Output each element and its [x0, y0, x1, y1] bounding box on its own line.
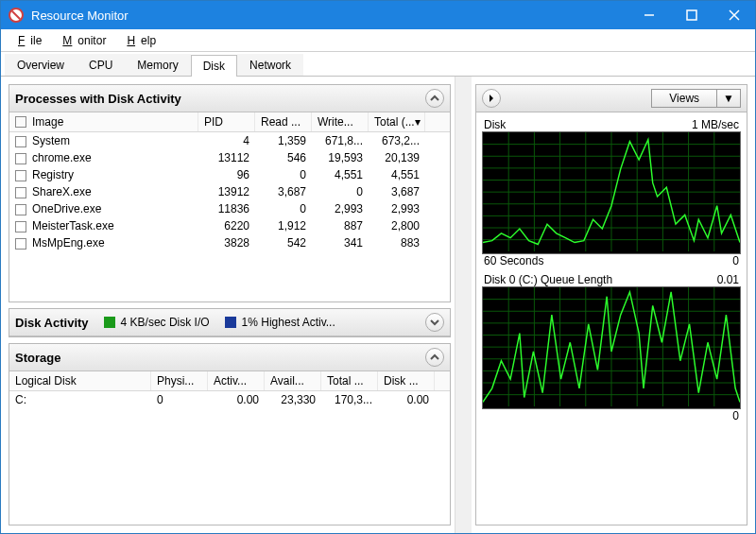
row-checkbox[interactable] [15, 221, 26, 233]
graph2-xaxis-right: 0 [732, 409, 739, 422]
tabs: Overview CPU Memory Disk Network [1, 52, 755, 77]
legend2-swatch [225, 317, 236, 328]
graph2-title: Disk 0 (C:) Queue Length [484, 273, 612, 286]
graphs-panel: Disk1 MB/sec 60 Seconds0 Disk 0 (C:) Que… [475, 112, 747, 525]
graph1-xaxis-left: 60 Seconds [484, 254, 543, 267]
menu-help[interactable]: Help [115, 32, 162, 49]
processes-section: Processes with Disk Activity Image PID R… [9, 84, 451, 302]
col-physi[interactable]: Physi... [151, 371, 208, 390]
storage-collapse-button[interactable] [425, 348, 444, 367]
col-image[interactable]: Image [9, 112, 198, 131]
close-button[interactable] [713, 1, 755, 29]
tab-disk[interactable]: Disk [191, 55, 237, 77]
processes-collapse-button[interactable] [425, 89, 444, 108]
legend1-swatch [104, 317, 115, 328]
row-checkbox[interactable] [15, 238, 26, 250]
row-checkbox[interactable] [15, 204, 26, 215]
views-button[interactable]: Views ▼ [651, 89, 741, 108]
tab-overview[interactable]: Overview [5, 54, 77, 76]
disk-activity-expand-button[interactable] [425, 313, 444, 332]
disk-activity-section: Disk Activity 4 KB/sec Disk I/O 1% Highe… [9, 308, 451, 337]
row-checkbox[interactable] [15, 136, 26, 147]
queue-graph-area [482, 286, 741, 409]
disk-graph: Disk1 MB/sec 60 Seconds0 [482, 118, 741, 267]
legend2-label: 1% Highest Activ... [242, 316, 335, 329]
menu-monitor[interactable]: Monitor [51, 32, 112, 49]
window-title: Resource Monitor [31, 9, 627, 23]
graphs-expand-button[interactable] [482, 89, 501, 108]
left-scrollbar[interactable] [455, 77, 472, 533]
processes-title: Processes with Disk Activity [15, 92, 181, 106]
table-row[interactable]: System41,359671,8...673,2... [9, 132, 450, 149]
col-logical[interactable]: Logical Disk [9, 371, 151, 390]
table-row[interactable]: C:00.0023,330170,3...0.00 [9, 391, 450, 408]
minimize-button[interactable] [627, 1, 670, 29]
table-row[interactable]: OneDrive.exe1183602,9932,993 [9, 200, 450, 217]
col-pid[interactable]: PID [198, 112, 255, 131]
col-disk[interactable]: Disk ... [378, 371, 435, 390]
table-row[interactable]: ShareX.exe139123,68703,687 [9, 183, 450, 200]
graphs-header: Views ▼ [475, 84, 747, 112]
graph1-scale: 1 MB/sec [692, 118, 739, 131]
tab-network[interactable]: Network [237, 54, 303, 76]
col-total[interactable]: Total (...▾ [369, 112, 425, 131]
tab-memory[interactable]: Memory [125, 54, 190, 76]
maximize-button[interactable] [670, 1, 713, 29]
graph2-scale: 0.01 [717, 273, 739, 286]
views-dropdown-icon[interactable]: ▼ [717, 90, 740, 107]
row-checkbox[interactable] [15, 153, 26, 164]
col-read[interactable]: Read ... [255, 112, 312, 131]
select-all-checkbox[interactable] [15, 116, 26, 128]
graph1-xaxis-right: 0 [732, 254, 739, 267]
table-row[interactable]: MsMpEng.exe3828542341883 [9, 234, 450, 251]
disk-activity-title: Disk Activity [15, 316, 89, 330]
row-checkbox[interactable] [15, 187, 26, 198]
tab-cpu[interactable]: CPU [77, 54, 125, 76]
table-row[interactable]: MeisterTask.exe62201,9128872,800 [9, 217, 450, 234]
menubar: File Monitor Help [1, 29, 755, 52]
queue-graph: Disk 0 (C:) Queue Length0.01 0 [482, 273, 741, 422]
storage-section: Storage Logical Disk Physi... Activ... A… [9, 343, 451, 525]
col-activ[interactable]: Activ... [208, 371, 265, 390]
col-write[interactable]: Write... [312, 112, 369, 131]
col-total[interactable]: Total ... [321, 371, 378, 390]
app-icon [9, 8, 24, 23]
titlebar: Resource Monitor [1, 1, 755, 29]
disk-graph-area [482, 131, 741, 254]
menu-file[interactable]: File [7, 32, 47, 49]
table-row[interactable]: Registry9604,5514,551 [9, 166, 450, 183]
graph1-title: Disk [484, 118, 506, 131]
legend1-label: 4 KB/sec Disk I/O [121, 316, 210, 329]
sort-indicator-icon: ▾ [415, 115, 421, 129]
svg-rect-1 [687, 10, 696, 20]
table-row[interactable]: chrome.exe1311254619,59320,139 [9, 149, 450, 166]
col-avail[interactable]: Avail... [265, 371, 321, 390]
row-checkbox[interactable] [15, 170, 26, 181]
storage-title: Storage [15, 351, 60, 365]
